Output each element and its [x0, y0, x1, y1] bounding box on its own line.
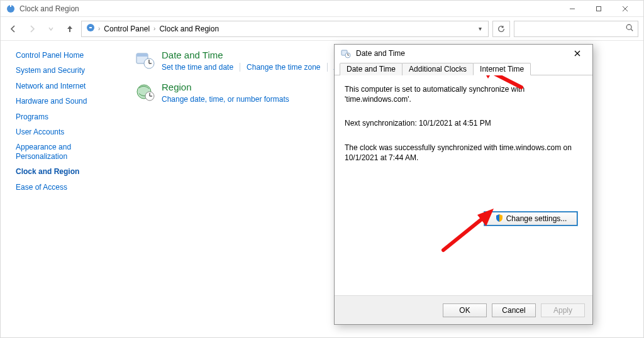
date-time-icon [135, 50, 155, 70]
svg-rect-10 [136, 53, 148, 57]
sidebar-item-system-security[interactable]: System and Security [16, 66, 115, 75]
address-bar[interactable]: › Control Panel › Clock and Region ▾ [81, 21, 489, 37]
refresh-button[interactable] [492, 21, 510, 37]
dialog-body: This computer is set to automatically sy… [335, 75, 592, 295]
link-set-time-date[interactable]: Set the time and date [162, 63, 240, 72]
window-titlebar: Clock and Region [1, 1, 643, 17]
breadcrumb-root-icon [86, 23, 96, 35]
maximize-button[interactable] [586, 1, 612, 17]
window-title: Clock and Region [19, 4, 79, 13]
dialog-footer: OK Cancel Apply [335, 295, 592, 324]
next-sync-text: Next synchronization: 10/1/2021 at 4:51 … [345, 118, 582, 128]
recent-dropdown-button[interactable] [43, 21, 58, 36]
uac-shield-icon [495, 214, 504, 224]
sidebar-item-user-accounts[interactable]: User Accounts [16, 128, 115, 136]
sync-status-text: This computer is set to automatically sy… [345, 84, 582, 104]
tab-internet-time[interactable]: Internet Time [473, 63, 531, 75]
breadcrumb-sep-icon: › [97, 25, 101, 32]
address-bar-row: › Control Panel › Clock and Region ▾ [1, 17, 643, 41]
svg-point-7 [626, 25, 631, 30]
search-input[interactable] [518, 24, 625, 34]
tab-additional-clocks[interactable]: Additional Clocks [402, 63, 474, 75]
up-button[interactable] [62, 21, 77, 36]
svg-rect-3 [597, 6, 601, 11]
link-change-formats[interactable]: Change date, time, or number formats [162, 95, 296, 104]
sidebar-item-hardware-sound[interactable]: Hardware and Sound [16, 97, 115, 106]
sidebar: Control Panel Home System and Security N… [1, 41, 124, 337]
dialog-close-button[interactable] [566, 45, 589, 62]
sidebar-item-control-panel-home[interactable]: Control Panel Home [16, 51, 115, 60]
sidebar-item-appearance-personalization[interactable]: Appearance and Personalization [16, 143, 115, 161]
date-time-dialog: Date and Time Date and Time Additional C… [334, 44, 593, 325]
dialog-title: Date and Time [356, 49, 405, 58]
window-controls [559, 1, 638, 17]
last-sync-text: The clock was successfully synchronized … [345, 143, 582, 163]
control-panel-icon [6, 4, 16, 14]
dialog-title-icon [341, 48, 351, 58]
sidebar-item-programs[interactable]: Programs [16, 112, 115, 121]
tab-date-time[interactable]: Date and Time [340, 63, 402, 75]
cancel-button[interactable]: Cancel [492, 303, 536, 317]
dialog-tabs: Date and Time Additional Clocks Internet… [335, 62, 592, 75]
breadcrumb-sep-icon: › [152, 25, 157, 32]
change-settings-button[interactable]: Change settings... [484, 212, 577, 226]
sidebar-item-network-internet[interactable]: Network and Internet [16, 82, 115, 90]
search-icon [625, 23, 634, 34]
minimize-button[interactable] [559, 1, 586, 17]
ok-button[interactable]: OK [443, 303, 487, 317]
apply-button[interactable]: Apply [541, 303, 585, 317]
svg-line-8 [631, 29, 633, 31]
group-region-links: Change date, time, or number formats [162, 95, 296, 104]
search-box[interactable] [514, 21, 638, 37]
link-change-time-zone[interactable]: Change the time zone [247, 63, 327, 72]
close-button[interactable] [612, 1, 638, 17]
region-icon [135, 82, 155, 102]
address-history-chevron-icon[interactable]: ▾ [476, 25, 484, 32]
svg-rect-1 [10, 5, 11, 7]
change-settings-label: Change settings... [506, 214, 567, 223]
forward-button[interactable] [25, 21, 40, 36]
breadcrumb-item-1[interactable]: Clock and Region [158, 25, 220, 33]
sidebar-item-ease-of-access[interactable]: Ease of Access [16, 183, 115, 192]
breadcrumb-item-0[interactable]: Control Panel [103, 25, 151, 33]
sidebar-item-clock-region[interactable]: Clock and Region [16, 167, 115, 176]
dialog-titlebar[interactable]: Date and Time [335, 45, 592, 62]
back-button[interactable] [6, 21, 21, 36]
group-region-heading[interactable]: Region [162, 82, 296, 92]
